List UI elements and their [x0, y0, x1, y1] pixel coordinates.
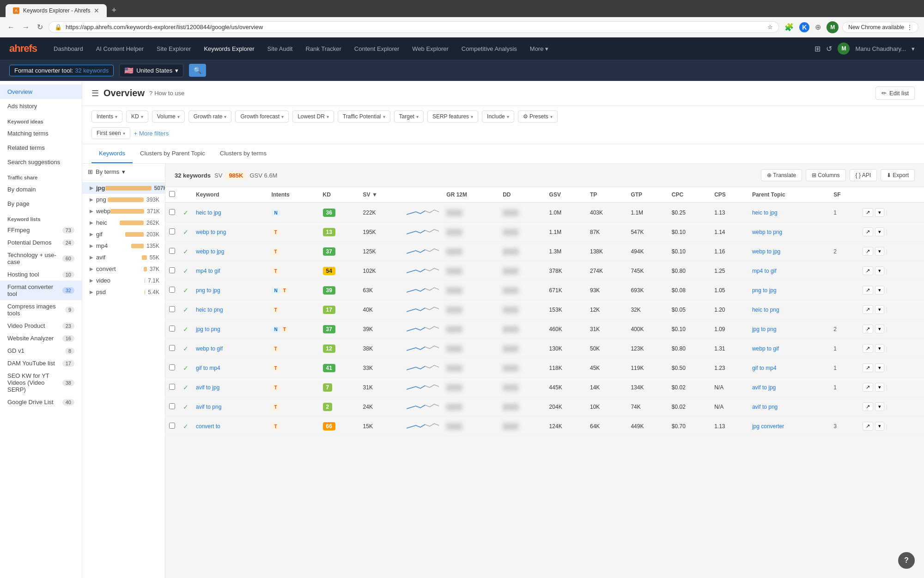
row-checkbox-cell[interactable]	[165, 339, 179, 358]
translate-icon[interactable]: ⊕	[813, 21, 823, 33]
parent-topic-link[interactable]: avif to jpg	[752, 384, 776, 391]
row-checkbox-cell[interactable]	[165, 378, 179, 397]
filter-target[interactable]: Target ▾	[394, 111, 424, 123]
back-btn[interactable]: ←	[6, 21, 17, 33]
sidebar-list-compress-images[interactable]: Compress images tools 9	[0, 300, 82, 320]
tab-clusters-parent[interactable]: Clusters by Parent Topic	[133, 144, 213, 163]
user-avatar[interactable]: M	[827, 21, 839, 33]
translate-btn[interactable]: ⊕ Translate	[761, 169, 802, 181]
filter-lowest-dr[interactable]: Lowest DR ▾	[292, 111, 334, 123]
parent-topic-link[interactable]: avif to png	[752, 404, 778, 410]
sidebar-item-by-domain[interactable]: By domain	[0, 182, 82, 197]
th-parent-topic[interactable]: Parent Topic	[748, 187, 830, 203]
row-checkbox-cell[interactable]	[165, 397, 179, 417]
columns-btn[interactable]: ⊞ Columns	[806, 169, 846, 181]
star-icon[interactable]: ☆	[767, 24, 773, 31]
user-avatar-nav[interactable]: M	[838, 43, 850, 55]
trend-btn[interactable]: ↗	[863, 325, 873, 333]
parent-topic-link[interactable]: webp to gif	[752, 345, 779, 352]
dropdown-btn[interactable]: ▾	[875, 402, 884, 411]
row-parent-topic[interactable]: heic to jpg	[748, 203, 830, 222]
row-keyword[interactable]: webp to jpg	[192, 242, 267, 261]
row-checkbox-cell[interactable]	[165, 320, 179, 339]
sidebar-item-related-terms[interactable]: Related terms	[0, 141, 82, 155]
user-name[interactable]: Manu Chaudhary...	[855, 45, 906, 52]
row-checkbox[interactable]	[169, 228, 175, 234]
tree-item-convert[interactable]: ▶ convert 37K	[82, 263, 165, 275]
row-checkbox-cell[interactable]	[165, 261, 179, 281]
layout-icon[interactable]: ⊞	[815, 44, 821, 53]
tab-clusters-terms[interactable]: Clusters by terms	[213, 144, 274, 163]
row-checkbox[interactable]	[169, 326, 175, 332]
edit-list-btn[interactable]: ✏ Edit list	[875, 86, 915, 100]
parent-topic-link[interactable]: webp to png	[752, 229, 782, 235]
sidebar-item-by-page[interactable]: By page	[0, 197, 82, 211]
nav-competitive[interactable]: Competitive Analysis	[456, 42, 523, 56]
sidebar-list-ffmpeg[interactable]: FFmpeg 73	[0, 224, 82, 236]
trend-btn[interactable]: ↗	[863, 228, 873, 236]
row-parent-topic[interactable]: avif to jpg	[748, 378, 830, 397]
th-sv[interactable]: SV ▼	[359, 187, 403, 203]
search-tag[interactable]: Format converter tool: 32 keywords	[9, 65, 114, 76]
tree-item-png[interactable]: ▶ png 393K	[82, 194, 165, 205]
row-keyword[interactable]: webp to png	[192, 222, 267, 242]
row-checkbox-cell[interactable]	[165, 242, 179, 261]
nav-content-explorer[interactable]: Content Explorer	[349, 42, 405, 56]
row-keyword[interactable]: convert to	[192, 417, 267, 436]
row-parent-topic[interactable]: webp to gif	[748, 339, 830, 358]
row-parent-topic[interactable]: heic to png	[748, 300, 830, 320]
api-btn[interactable]: { } API	[850, 169, 877, 181]
filter-volume[interactable]: Volume ▾	[152, 111, 185, 123]
trend-btn[interactable]: ↗	[863, 247, 873, 256]
refresh-icon[interactable]: ↺	[826, 44, 832, 53]
row-checkbox[interactable]	[169, 403, 175, 409]
row-keyword[interactable]: png to jpg	[192, 281, 267, 300]
tree-item-mp4[interactable]: ▶ mp4 135K	[82, 240, 165, 252]
row-parent-topic[interactable]: avif to png	[748, 397, 830, 417]
dropdown-btn[interactable]: ▾	[875, 383, 884, 392]
sidebar-list-format-converter[interactable]: Format converter tool 32	[0, 281, 82, 300]
row-checkbox[interactable]	[169, 423, 175, 429]
tree-item-video[interactable]: ▶ video 7.1K	[82, 275, 165, 286]
th-checkbox[interactable]	[165, 187, 179, 203]
parent-topic-link[interactable]: heic to png	[752, 307, 779, 313]
nav-site-explorer[interactable]: Site Explorer	[151, 42, 196, 56]
nav-keywords-explorer[interactable]: Keywords Explorer	[198, 42, 260, 56]
row-checkbox[interactable]	[169, 209, 175, 215]
active-tab[interactable]: A Keywords Explorer - Ahrefs ✕	[6, 4, 107, 17]
row-checkbox[interactable]	[169, 287, 175, 293]
row-checkbox-cell[interactable]	[165, 417, 179, 436]
sidebar-list-technology[interactable]: Technology + use-case 60	[0, 249, 82, 268]
sidebar-item-search-suggestions[interactable]: Search suggestions	[0, 155, 82, 169]
filter-presets[interactable]: ⚙ Presets ▾	[518, 111, 558, 123]
filter-first-seen[interactable]: First seen ▾	[91, 127, 130, 139]
th-keyword[interactable]: Keyword	[192, 187, 267, 203]
th-tp[interactable]: TP	[586, 187, 627, 203]
row-keyword[interactable]: avif to jpg	[192, 378, 267, 397]
address-bar[interactable]: 🔒 ☆	[49, 21, 779, 33]
trend-btn[interactable]: ↗	[863, 383, 873, 392]
row-parent-topic[interactable]: mp4 to gif	[748, 261, 830, 281]
dropdown-btn[interactable]: ▾	[875, 208, 884, 217]
trend-btn[interactable]: ↗	[863, 402, 873, 411]
row-parent-topic[interactable]: webp to jpg	[748, 242, 830, 261]
tree-item-psd[interactable]: ▶ psd 5.4K	[82, 286, 165, 298]
nav-ai-content[interactable]: AI Content Helper	[91, 42, 149, 56]
tree-item-avif[interactable]: ▶ avif 55K	[82, 252, 165, 263]
sidebar-list-seo-kw[interactable]: SEO KW for YT Videos (Video SERP) 38	[0, 369, 82, 396]
by-terms-header[interactable]: ⊞ By terms ▾	[82, 164, 165, 180]
nav-dashboard[interactable]: Dashboard	[48, 42, 89, 56]
row-keyword[interactable]: jpg to png	[192, 320, 267, 339]
row-checkbox[interactable]	[169, 306, 175, 312]
profile-k-icon[interactable]: K	[799, 22, 809, 32]
parent-topic-link[interactable]: jpg to png	[752, 326, 777, 332]
row-keyword[interactable]: mp4 to gif	[192, 261, 267, 281]
more-filters-btn[interactable]: + More filters	[134, 130, 169, 137]
sidebar-item-matching-terms[interactable]: Matching terms	[0, 126, 82, 141]
export-btn[interactable]: ⬇ Export	[881, 169, 915, 181]
app-logo[interactable]: ahrefs	[9, 43, 37, 55]
sidebar-list-hosting[interactable]: Hosting tool 10	[0, 268, 82, 281]
filter-traffic-potential[interactable]: Traffic Potential ▾	[338, 111, 390, 123]
th-gtp[interactable]: GTP	[627, 187, 668, 203]
extensions-icon[interactable]: 🧩	[783, 21, 796, 33]
